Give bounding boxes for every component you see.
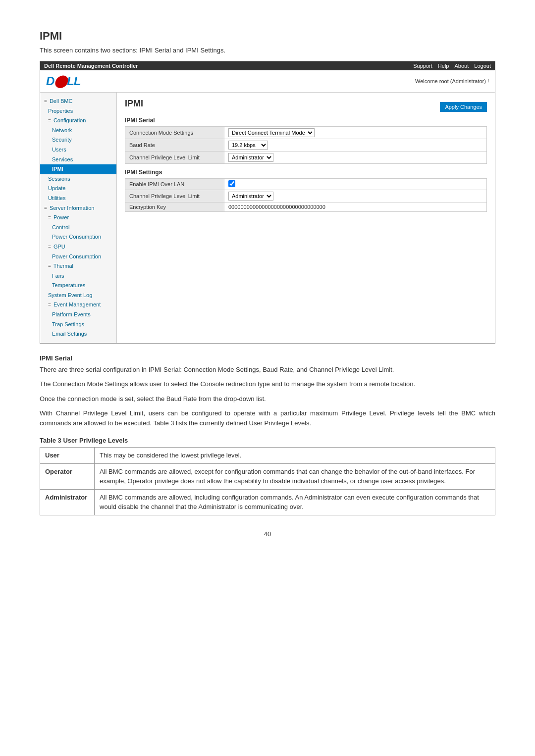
table-row: Enable IPMI Over LAN [125, 179, 487, 190]
sidebar-item-server-info[interactable]: = Server Information [40, 203, 116, 213]
sidebar-item-gpu-power-consumption[interactable]: Power Consumption [40, 252, 116, 262]
encryption-key-label: Encryption Key [125, 202, 224, 212]
ipmi-settings-section-heading: IPMI Settings [125, 169, 487, 176]
sidebar-item-security[interactable]: Security [40, 135, 116, 145]
page-number: 40 [40, 530, 495, 538]
serial-channel-priv-select[interactable]: User Operator Administrator [228, 153, 273, 162]
privilege-table: User This may be considered the lowest p… [40, 447, 495, 515]
operator-level-desc: All BMC commands are allowed, except for… [95, 463, 495, 489]
help-link[interactable]: Help [438, 63, 449, 69]
sidebar-item-sessions[interactable]: Sessions [40, 174, 116, 184]
drac-sidebar: = Dell BMC Properties = Configuration Ne… [40, 93, 117, 343]
doc-para4: With Channel Privilege Level Limit, user… [40, 408, 495, 428]
baud-rate-select[interactable]: 9.6 kbps 19.2 kbps 38.4 kbps 57.6 kbps 1… [228, 141, 268, 150]
enable-ipmi-lan-value [224, 179, 487, 190]
sidebar-item-properties[interactable]: Properties [40, 106, 116, 116]
sidebar-item-control[interactable]: Control [40, 223, 116, 233]
sidebar-item-power[interactable]: = Power [40, 213, 116, 223]
doc-para3: Once the connection mode is set, select … [40, 394, 495, 404]
sidebar-item-trap-settings[interactable]: Trap Settings [40, 320, 116, 330]
ipmi-settings-table: Enable IPMI Over LAN Channel Privilege L… [125, 178, 487, 212]
sidebar-item-users[interactable]: Users [40, 145, 116, 155]
table-row: Channel Privilege Level Limit User Opera… [125, 151, 487, 164]
enable-ipmi-lan-checkbox[interactable] [228, 180, 235, 187]
sidebar-item-system-event-log[interactable]: System Event Log [40, 291, 116, 301]
baud-rate-value: 9.6 kbps 19.2 kbps 38.4 kbps 57.6 kbps 1… [224, 139, 487, 151]
user-level-desc: This may be considered the lowest privil… [95, 448, 495, 464]
doc-para1: There are three serial configuration in … [40, 365, 495, 375]
connection-mode-label: Connection Mode Settings [125, 127, 224, 139]
drac-content: IPMI Apply Changes IPMI Serial Connectio… [117, 93, 495, 343]
support-link[interactable]: Support [413, 63, 432, 69]
connection-mode-value: Direct Connect Terminal Mode Direct Conn… [224, 127, 487, 139]
sidebar-item-update[interactable]: Update [40, 184, 116, 194]
ipmi-serial-table: Connection Mode Settings Direct Connect … [125, 126, 487, 164]
drac-topbar: Dell Remote Management Controller Suppor… [40, 61, 495, 70]
sidebar-item-services[interactable]: Services [40, 155, 116, 165]
logout-link[interactable]: Logout [474, 63, 491, 69]
sidebar-item-gpu[interactable]: = GPU [40, 242, 116, 252]
operator-level-label: Operator [40, 463, 95, 489]
about-link[interactable]: About [455, 63, 469, 69]
apply-changes-button[interactable]: Apply Changes [440, 102, 487, 112]
sidebar-item-thermal[interactable]: = Thermal [40, 261, 116, 271]
dell-logo: D⬤LL [46, 74, 81, 88]
ipmi-serial-section-heading: IPMI Serial [125, 117, 487, 124]
page-subtitle: This screen contains two sections: IPMI … [40, 47, 495, 54]
lan-channel-priv-select[interactable]: User Operator Administrator [228, 192, 273, 201]
serial-channel-priv-value: User Operator Administrator [224, 151, 487, 164]
drac-title: Dell Remote Management Controller [44, 63, 138, 69]
table-caption: Table 3 User Privilege Levels [40, 437, 495, 444]
page-title: IPMI [40, 30, 495, 43]
sidebar-item-configuration[interactable]: = Configuration [40, 116, 116, 126]
sidebar-item-email-settings[interactable]: Email Settings [40, 329, 116, 339]
encryption-key-value: 00000000000000000000000000000000 [224, 202, 487, 212]
user-level-label: User [40, 448, 95, 464]
drac-frame: Dell Remote Management Controller Suppor… [40, 61, 495, 344]
connection-mode-select[interactable]: Direct Connect Terminal Mode Direct Conn… [228, 128, 315, 137]
sidebar-item-network[interactable]: Network [40, 126, 116, 136]
lan-channel-priv-value: User Operator Administrator [224, 190, 487, 202]
sidebar-item-ipmi[interactable]: IPMI [40, 164, 116, 174]
table-row-operator: Operator All BMC commands are allowed, e… [40, 463, 495, 489]
drac-header: D⬤LL Welcome root (Administrator) ! [40, 70, 495, 93]
table-row: Connection Mode Settings Direct Connect … [125, 127, 487, 139]
table-row: Channel Privilege Level Limit User Opera… [125, 190, 487, 202]
drac-nav: Support Help About Logout [409, 63, 491, 69]
doc-ipmi-serial-heading: IPMI Serial [40, 354, 495, 362]
content-title: IPMI [125, 99, 487, 109]
administrator-level-desc: All BMC commands are allowed, including … [95, 489, 495, 515]
lan-channel-priv-label: Channel Privilege Level Limit [125, 190, 224, 202]
sidebar-item-fans[interactable]: Fans [40, 271, 116, 281]
sidebar-item-utilities[interactable]: Utilities [40, 194, 116, 203]
encryption-key-text: 00000000000000000000000000000000 [228, 204, 325, 210]
table-row-user: User This may be considered the lowest p… [40, 448, 495, 464]
administrator-level-label: Administrator [40, 489, 95, 515]
sidebar-item-platform-events[interactable]: Platform Events [40, 310, 116, 320]
welcome-text: Welcome root (Administrator) ! [415, 78, 489, 84]
enable-ipmi-lan-label: Enable IPMI Over LAN [125, 179, 224, 190]
baud-rate-label: Baud Rate [125, 139, 224, 151]
table-row: Baud Rate 9.6 kbps 19.2 kbps 38.4 kbps 5… [125, 139, 487, 151]
table-row: Encryption Key 0000000000000000000000000… [125, 202, 487, 212]
sidebar-item-power-consumption[interactable]: Power Consumption [40, 232, 116, 242]
doc-para2: The Connection Mode Settings allows user… [40, 379, 495, 389]
drac-main: = Dell BMC Properties = Configuration Ne… [40, 93, 495, 343]
doc-section: IPMI Serial There are three serial confi… [40, 354, 495, 515]
sidebar-item-event-management[interactable]: = Event Management [40, 300, 116, 310]
serial-channel-priv-label: Channel Privilege Level Limit [125, 151, 224, 164]
table-row-administrator: Administrator All BMC commands are allow… [40, 489, 495, 515]
sidebar-item-dellbmc[interactable]: = Dell BMC [40, 97, 116, 106]
sidebar-item-temperatures[interactable]: Temperatures [40, 281, 116, 291]
